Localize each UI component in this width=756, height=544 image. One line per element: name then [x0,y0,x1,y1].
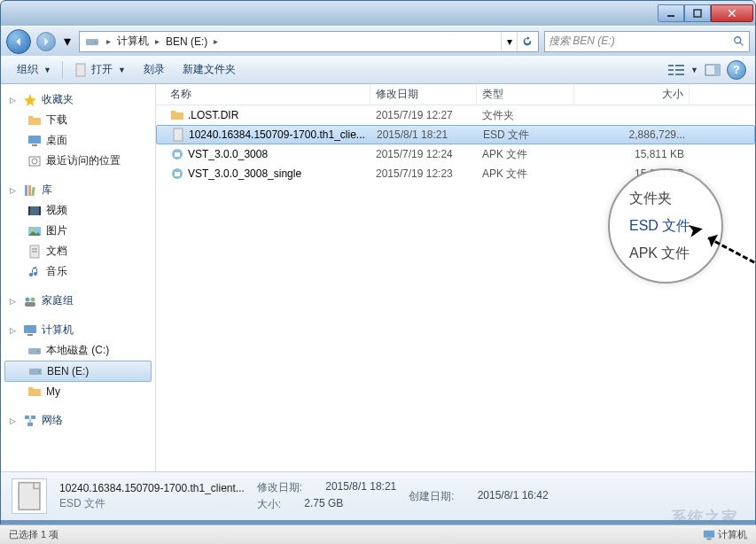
breadcrumb-separator: ▸ [103,36,114,46]
help-button[interactable]: ? [727,60,746,80]
sidebar-item-documents[interactable]: 文档 [1,241,155,261]
file-thumbnail [12,478,47,514]
svg-rect-20 [28,185,31,196]
minimize-button[interactable] [658,4,684,22]
sidebar-item-downloads[interactable]: 下载 [1,110,155,130]
file-type: ESD 文件 [478,128,575,143]
sidebar-item-my[interactable]: My [1,382,155,401]
view-icon [667,63,687,77]
column-date[interactable]: 修改日期 [370,84,477,105]
file-size: 15,811 KB [574,148,690,160]
sidebar-computer-header[interactable]: ▷计算机 [1,320,155,340]
sidebar-item-music[interactable]: 音乐 [1,261,155,282]
view-options[interactable]: ▼ [667,63,698,77]
computer-icon [23,323,37,338]
music-icon [27,265,42,279]
preview-pane-button[interactable] [702,60,723,80]
svg-point-4 [735,36,741,43]
close-button[interactable]: ✕ [711,4,753,22]
details-pane: 10240.16384.150709-1700.th1_client... ES… [1,471,755,520]
document-icon [27,245,42,259]
maximize-button[interactable] [684,4,711,22]
forward-button[interactable] [36,32,56,51]
drive-icon [85,35,99,49]
svg-rect-16 [32,144,37,146]
sidebar-item-videos[interactable]: 视频 [1,200,155,221]
sidebar-favorites-header[interactable]: ▷收藏夹 [1,89,155,110]
video-icon [27,204,42,218]
sidebar-network-header[interactable]: ▷网络 [1,410,155,431]
file-list-area: 名称 修改日期 类型 大小 .LOST.DIR2015/7/19 12:27文件… [156,84,755,471]
svg-rect-47 [704,530,714,537]
file-type-icon [170,147,184,161]
svg-rect-7 [668,65,674,66]
sidebar-item-desktop[interactable]: 桌面 [1,130,155,151]
address-dropdown[interactable]: ▾ [501,32,517,51]
column-size[interactable]: 大小 [574,84,690,105]
file-type-icon [170,108,184,122]
burn-button[interactable]: 刻录 [136,59,172,80]
back-button[interactable] [6,29,31,54]
svg-point-31 [31,297,35,301]
address-bar[interactable]: ▸ 计算机 ▸ BEN (E:) ▸ ▾ [79,31,539,52]
svg-rect-11 [675,69,684,71]
file-row[interactable]: VST_3.0.0_30082015/7/19 12:24APK 文件15,81… [156,144,755,164]
file-date: 2015/7/19 12:24 [370,148,477,160]
svg-rect-12 [675,74,684,75]
svg-rect-6 [76,64,85,76]
column-name[interactable]: 名称 [165,84,370,105]
magnifier-annotation: 文件夹 ESD 文件 APK 文件 [608,168,723,284]
star-icon [23,93,37,107]
svg-rect-34 [27,334,33,336]
svg-rect-41 [27,423,33,426]
open-button[interactable]: 打开▼ [66,59,133,80]
svg-rect-1 [694,10,701,17]
svg-point-38 [38,371,40,373]
svg-point-3 [95,41,97,43]
file-type-icon [170,167,184,181]
svg-rect-24 [39,206,41,215]
svg-rect-32 [25,302,35,307]
breadcrumb-separator: ▸ [210,36,222,46]
sidebar-homegroup-header[interactable]: ▷家庭组 [1,291,155,311]
svg-point-18 [32,159,37,164]
svg-rect-22 [28,206,41,215]
svg-point-36 [37,350,39,352]
nav-history-dropdown[interactable]: ▾ [61,33,74,51]
network-icon [23,414,37,428]
svg-line-5 [740,42,744,45]
sidebar-item-pictures[interactable]: 图片 [1,221,155,241]
homegroup-icon [23,294,37,308]
file-size: 2,886,729... [575,128,690,141]
breadcrumb-item[interactable]: 计算机 [114,34,152,49]
breadcrumb-item[interactable]: BEN (E:) [163,35,210,48]
file-row[interactable]: 10240.16384.150709-1700.th1_clie...2015/… [156,125,755,144]
sidebar-libraries-header[interactable]: ▷库 [1,180,155,200]
svg-rect-9 [668,74,674,75]
details-filetype: ESD 文件 [59,496,245,511]
search-input[interactable]: 搜索 BEN (E:) [544,31,750,52]
file-date: 2015/8/1 18:21 [371,128,478,141]
sidebar-item-drive-c[interactable]: 本地磁盘 (C:) [1,340,155,361]
status-right: 计算机 [703,528,747,541]
file-row[interactable]: .LOST.DIR2015/7/19 12:27文件夹 [156,105,755,125]
sidebar-item-drive-e[interactable]: BEN (E:) [4,361,152,382]
svg-rect-19 [25,185,27,196]
column-type[interactable]: 类型 [477,84,574,105]
organize-button[interactable]: 组织▼ [10,59,58,80]
file-name: 10240.16384.150709-1700.th1_clie... [189,128,365,141]
drive-icon [28,364,43,378]
file-name: VST_3.0.0_3008_single [188,167,301,180]
svg-rect-0 [667,15,674,17]
svg-rect-33 [24,325,36,333]
svg-point-26 [31,228,34,230]
file-type: APK 文件 [477,147,574,162]
svg-rect-14 [714,65,720,75]
svg-rect-48 [706,538,711,540]
new-folder-button[interactable]: 新建文件夹 [175,59,243,80]
file-date: 2015/7/19 12:27 [370,109,477,121]
svg-rect-21 [31,186,35,195]
refresh-button[interactable] [517,32,536,51]
status-bar: 已选择 1 项 计算机 [0,525,756,544]
sidebar-item-recent[interactable]: 最近访问的位置 [1,151,155,171]
